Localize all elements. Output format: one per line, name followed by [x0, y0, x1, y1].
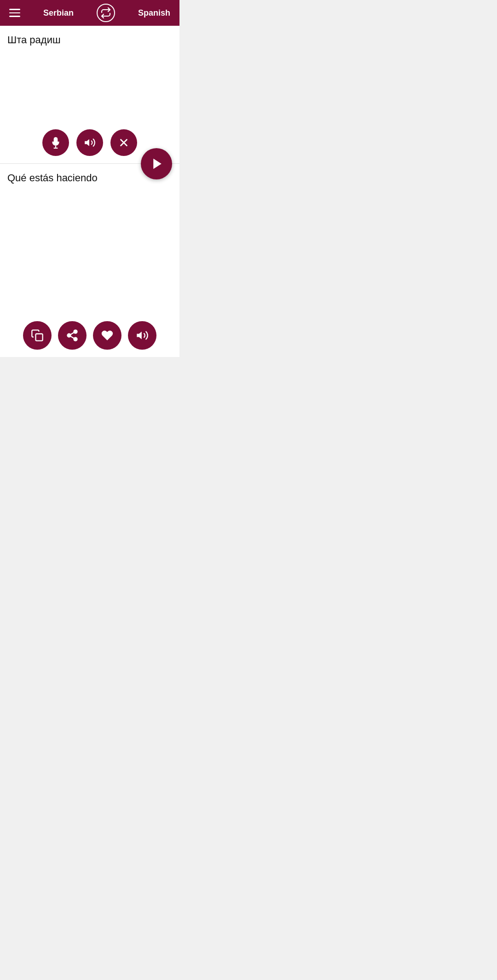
svg-marker-2 [85, 139, 89, 146]
svg-rect-6 [36, 334, 43, 341]
share-button[interactable] [58, 321, 87, 350]
microphone-icon [50, 137, 62, 149]
send-button[interactable] [141, 148, 172, 179]
svg-marker-5 [153, 159, 162, 169]
menu-button[interactable] [9, 9, 20, 17]
svg-line-10 [70, 336, 74, 339]
swap-languages-button[interactable] [97, 4, 115, 22]
target-language-label[interactable]: Spanish [138, 8, 170, 18]
input-speaker-button[interactable] [76, 129, 103, 156]
output-controls [0, 321, 179, 350]
output-panel: Qué estás haciendo [0, 164, 179, 357]
app-header: Serbian Spanish [0, 0, 179, 26]
hamburger-line-1 [9, 9, 20, 10]
svg-line-11 [70, 333, 74, 335]
hamburger-line-3 [9, 16, 20, 17]
output-text: Qué estás haciendo [7, 171, 172, 309]
hamburger-line-2 [9, 12, 20, 14]
output-speaker-icon [136, 329, 149, 342]
close-icon [118, 137, 130, 149]
microphone-button[interactable] [42, 129, 69, 156]
share-icon [66, 329, 79, 342]
source-language-label[interactable]: Serbian [43, 8, 74, 18]
swap-icon [100, 7, 111, 18]
copy-button[interactable] [23, 321, 52, 350]
input-text[interactable]: Шта радиш [7, 33, 172, 125]
input-panel-wrapper: Шта радиш [0, 26, 179, 164]
input-panel: Шта радиш [0, 26, 179, 164]
svg-marker-12 [137, 332, 142, 339]
heart-icon [101, 329, 114, 342]
output-speaker-button[interactable] [128, 321, 156, 350]
clear-button[interactable] [110, 129, 137, 156]
favorite-button[interactable] [93, 321, 121, 350]
copy-icon [31, 329, 44, 342]
speaker-icon [84, 137, 96, 149]
send-icon [150, 157, 164, 171]
